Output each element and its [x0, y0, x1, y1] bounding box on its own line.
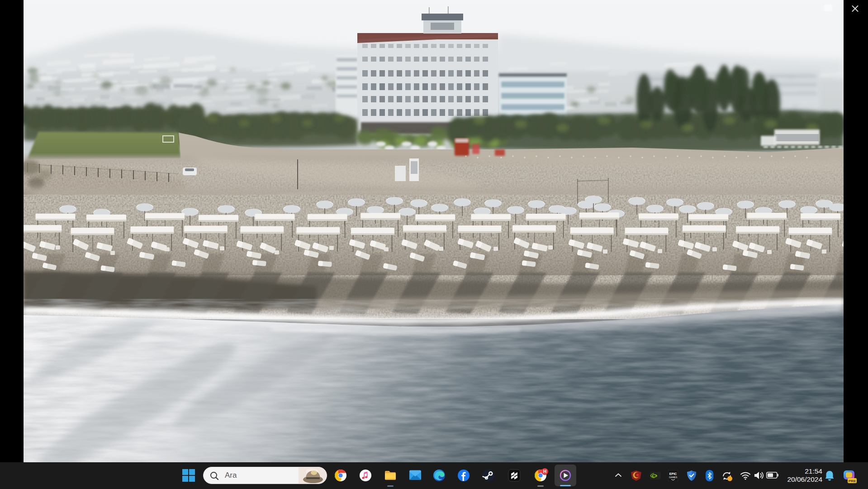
svg-text:GAMES: GAMES: [669, 476, 678, 479]
svg-text:PRE: PRE: [849, 479, 856, 483]
svg-text:EPIC: EPIC: [669, 472, 677, 475]
